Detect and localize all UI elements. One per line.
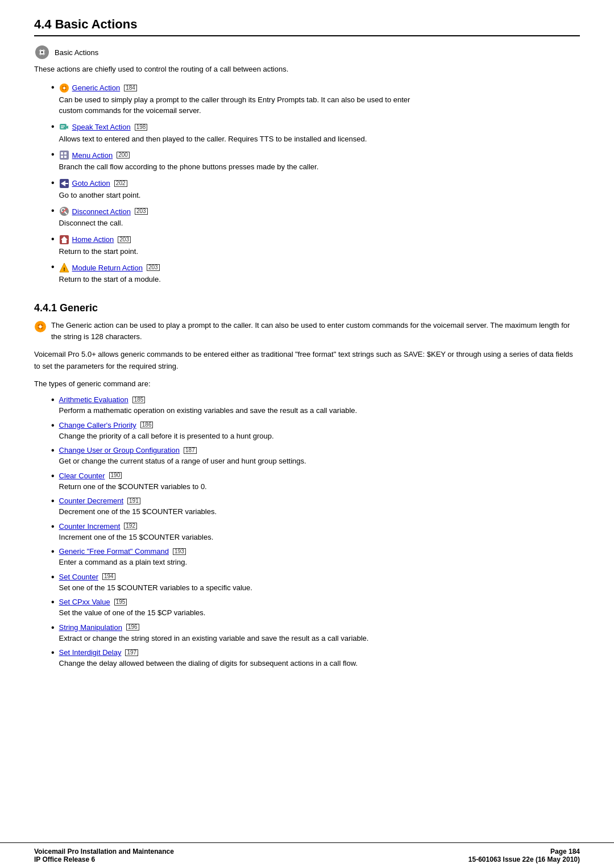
- speak-text-icon: [59, 122, 69, 132]
- set-interdigit-desc: Change the delay allowed between the dia…: [59, 658, 358, 669]
- list-item-content: Set Interdigit Delay 197 Change the dela…: [59, 648, 358, 669]
- menu-action-icon: [59, 150, 69, 160]
- arithmetic-eval-link[interactable]: Arithmetic Evaluation: [59, 395, 128, 404]
- list-item: Counter Decrement 191 Decrement one of t…: [51, 496, 580, 518]
- change-user-group-pageref: 187: [184, 447, 197, 454]
- list-item-link-row: Clear Counter 190: [59, 471, 207, 480]
- list-item-link-row: Arithmetic Evaluation 185: [59, 395, 358, 404]
- list-item: Set CPxx Value 195 Set the value of one …: [51, 598, 580, 619]
- svg-rect-14: [61, 127, 64, 128]
- generic-free-format-link[interactable]: Generic "Free Format" Command: [59, 547, 169, 556]
- svg-rect-18: [61, 156, 63, 158]
- module-return-pageref: 203: [147, 264, 160, 271]
- list-item-link-row: Set Interdigit Delay 197: [59, 648, 358, 657]
- list-item-content: Counter Decrement 191 Decrement one of t…: [59, 496, 217, 518]
- list-item-content: Generic "Free Format" Command 193 Enter …: [59, 547, 187, 568]
- generic-para3: The types of generic command are:: [34, 378, 580, 390]
- counter-increment-desc: Increment one of the 15 $COUNTER variabl…: [59, 532, 214, 543]
- change-user-group-link[interactable]: Change User or Group Configuration: [59, 446, 180, 454]
- svg-point-10: [63, 87, 65, 89]
- counter-decrement-desc: Decrement one of the 15 $COUNTER variabl…: [59, 506, 217, 518]
- list-item-link-row: Change User or Group Configuration 187: [59, 446, 306, 454]
- list-item-content: Goto Action 202 Go to another start poin…: [59, 178, 141, 201]
- list-item: Set Counter 194 Set one of the 15 $COUNT…: [51, 573, 580, 594]
- list-item: Counter Increment 192 Increment one of t…: [51, 522, 580, 543]
- speak-text-pageref: 198: [135, 124, 148, 131]
- goto-action-link[interactable]: Goto Action: [72, 179, 110, 187]
- svg-rect-19: [64, 156, 67, 158]
- speak-text-desc: Allows text to entered and then played t…: [59, 133, 367, 145]
- generic-action-pageref: 184: [124, 85, 137, 91]
- set-counter-desc: Set one of the 15 $COUNTER variables to …: [59, 582, 252, 594]
- list-item-content: Set Counter 194 Set one of the 15 $COUNT…: [59, 573, 252, 594]
- clear-counter-link[interactable]: Clear Counter: [59, 471, 105, 480]
- svg-rect-13: [61, 126, 65, 127]
- list-item-content: Arithmetic Evaluation 185 Perform a math…: [59, 395, 358, 416]
- generic-commands-list: Arithmetic Evaluation 185 Perform a math…: [51, 395, 580, 669]
- speak-text-link[interactable]: Speak Text Action: [72, 123, 131, 131]
- list-item: Speak Text Action 198 Allows text to ent…: [51, 122, 580, 145]
- clear-counter-pageref: 190: [109, 472, 122, 479]
- footer-right-line1: Page 184: [468, 848, 580, 856]
- list-item: Generic "Free Format" Command 193 Enter …: [51, 547, 580, 568]
- footer-right: Page 184 15-601063 Issue 22e (16 May 201…: [468, 848, 580, 863]
- menu-action-link[interactable]: Menu Action: [72, 151, 113, 160]
- list-item: String Manipulation 196 Extract or chang…: [51, 623, 580, 644]
- list-item-link-row: Counter Increment 192: [59, 522, 214, 531]
- home-action-link[interactable]: Home Action: [72, 235, 114, 244]
- home-action-pageref: 203: [118, 236, 131, 243]
- change-caller-priority-link[interactable]: Change Caller's Priority: [59, 421, 136, 429]
- set-cpxx-link[interactable]: Set CPxx Value: [59, 598, 110, 606]
- list-item: Change User or Group Configuration 187 G…: [51, 446, 580, 467]
- generic-para2: Voicemail Pro 5.0+ allows generic comman…: [34, 349, 580, 373]
- page-footer: Voicemail Pro Installation and Maintenan…: [0, 842, 614, 868]
- list-item-content: String Manipulation 196 Extract or chang…: [59, 623, 369, 644]
- list-item-link-row: Counter Decrement 191: [59, 496, 217, 505]
- list-item: Change Caller's Priority 186 Change the …: [51, 421, 580, 442]
- counter-increment-link[interactable]: Counter Increment: [59, 522, 121, 531]
- list-item-content: Speak Text Action 198 Allows text to ent…: [59, 122, 367, 145]
- footer-left-line2: IP Office Release 6: [34, 856, 174, 863]
- list-item-content: Change User or Group Configuration 187 G…: [59, 446, 306, 467]
- counter-decrement-link[interactable]: Counter Decrement: [59, 496, 123, 505]
- list-item-content: Home Action 203 Return to the start poin…: [59, 235, 138, 257]
- change-user-group-desc: Get or change the current status of a ra…: [59, 456, 306, 467]
- string-manipulation-link[interactable]: String Manipulation: [59, 623, 122, 632]
- section-icon-row: Basic Actions: [34, 44, 580, 60]
- list-item: Arithmetic Evaluation 185 Perform a math…: [51, 395, 580, 416]
- module-return-link[interactable]: Module Return Action: [72, 264, 143, 272]
- string-manipulation-desc: Extract or change the string stored in a…: [59, 633, 369, 644]
- footer-right-line2: 15-601063 Issue 22e (16 May 2010): [468, 856, 580, 863]
- generic-action-link[interactable]: Generic Action: [72, 84, 121, 92]
- list-item-link-row: Menu Action 200: [59, 150, 319, 160]
- set-interdigit-pageref: 197: [125, 649, 138, 656]
- list-item-link-row: Set Counter 194: [59, 573, 252, 581]
- set-counter-link[interactable]: Set Counter: [59, 573, 98, 581]
- disconnect-action-pageref: 203: [135, 208, 148, 215]
- counter-increment-pageref: 192: [124, 523, 137, 529]
- list-item-content: Clear Counter 190 Return one of the $COU…: [59, 471, 207, 493]
- list-item-link-row: String Manipulation 196: [59, 623, 369, 632]
- home-action-desc: Return to the start point.: [59, 246, 138, 257]
- svg-text:!: !: [63, 266, 65, 272]
- list-item-content: Disconnect Action 203 Disconnect the cal…: [59, 206, 148, 229]
- list-item-link-row: Generic Action 184: [59, 83, 410, 93]
- svg-rect-15: [60, 151, 69, 160]
- generic-intro-block: The Generic action can be used to play a…: [34, 320, 580, 344]
- change-caller-priority-desc: Change the priority of a call before it …: [59, 431, 274, 442]
- list-item-link-row: Disconnect Action 203: [59, 206, 148, 216]
- set-cpxx-desc: Set the value of one of the 15 $CP varia…: [59, 607, 206, 619]
- set-interdigit-link[interactable]: Set Interdigit Delay: [59, 648, 122, 657]
- home-action-icon: [59, 235, 69, 245]
- list-item: Clear Counter 190 Return one of the $COU…: [51, 471, 580, 493]
- list-item: Menu Action 200 Branch the call flow acc…: [51, 150, 580, 173]
- list-item-content: Change Caller's Priority 186 Change the …: [59, 421, 274, 442]
- disconnect-action-icon: [59, 206, 69, 216]
- list-item: ! Module Return Action 203 Return to the…: [51, 262, 580, 285]
- generic-action-desc: Can be used to simply play a prompt to t…: [59, 94, 410, 116]
- subsection-title: 4.4.1 Generic: [34, 302, 580, 314]
- goto-action-pageref: 202: [114, 180, 127, 187]
- generic-free-format-desc: Enter a command as a plain text string.: [59, 557, 187, 568]
- section-icon: [34, 44, 50, 60]
- disconnect-action-link[interactable]: Disconnect Action: [72, 207, 131, 216]
